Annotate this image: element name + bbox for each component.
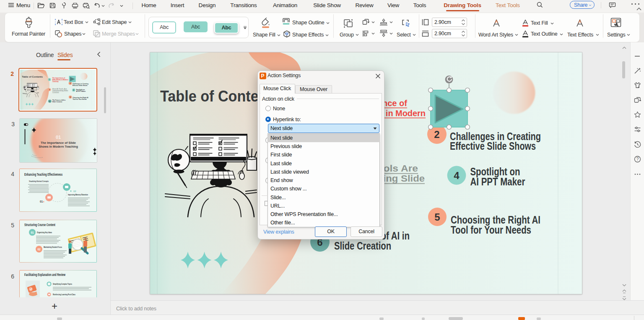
svg-text:?: ? [636,157,639,161]
svg-text:AI PPT Maker: AI PPT Maker [470,176,525,187]
svg-text:Reinforcing Learning Post-Clas: Reinforcing Learning Post-Class [53,293,75,296]
svg-text:1: 1 [49,79,50,81]
svg-text:Maintaining Student Focus: Maintaining Student Focus [44,246,62,248]
svg-text:02: 02 [37,248,41,251]
svg-text:Improving Memory Retention: Improving Memory Retention [68,193,88,196]
svg-text:Teaching: Teaching [52,81,59,82]
svg-text:Effective Slide Shows: Effective Slide Shows [73,84,88,86]
svg-text:01: 01 [40,200,43,203]
svg-text:Shows in Modern Teaching: Shows in Modern Teaching [39,145,78,148]
svg-text:02: 02 [73,190,76,193]
svg-text:Table of Contents: Table of Contents [22,75,43,78]
svg-text:The Importance of Slide: The Importance of Slide [41,141,76,145]
svg-text:Slide Creation: Slide Creation [52,101,62,103]
svg-text:Structuring Course Content: Structuring Course Content [24,223,55,227]
svg-text:Tool for Your Needs: Tool for Your Needs [73,98,87,100]
svg-text:4: 4 [454,170,460,181]
svg-text:3: 3 [49,89,50,91]
svg-text:Transforming Slide: Transforming Slide [52,90,68,91]
svg-text:Enhancing Teaching Effectivene: Enhancing Teaching Effectiveness [24,172,62,177]
svg-text:Simplifying Complex Topics: Simplifying Complex Topics [53,283,72,285]
svg-text:01: 01 [55,135,60,140]
svg-text:Effective Slide Shows: Effective Slide Shows [450,140,536,152]
svg-text:Organizing Key Ideas: Organizing Key Ideas [37,231,52,234]
svg-text:AI PPT Maker: AI PPT Maker [76,90,86,92]
svg-text:01: 01 [31,231,34,234]
svg-text:Slide Shows in Modern: Slide Shows in Modern [52,79,68,81]
svg-text:Creation: Creation [52,91,60,93]
svg-text:5: 5 [434,211,440,223]
svg-text:The Importance of: The Importance of [52,77,65,79]
svg-text:Tool for Your Needs: Tool for Your Needs [451,224,531,236]
svg-text:How AI Tools Are: How AI Tools Are [52,88,67,90]
svg-text:Visualizing Abstract Concepts: Visualizing Abstract Concepts [29,180,49,182]
svg-text:Slide Creation: Slide Creation [334,240,391,252]
svg-text:Facilitating Explanation and R: Facilitating Explanation and Review [24,273,65,277]
svg-text:2: 2 [434,129,439,140]
